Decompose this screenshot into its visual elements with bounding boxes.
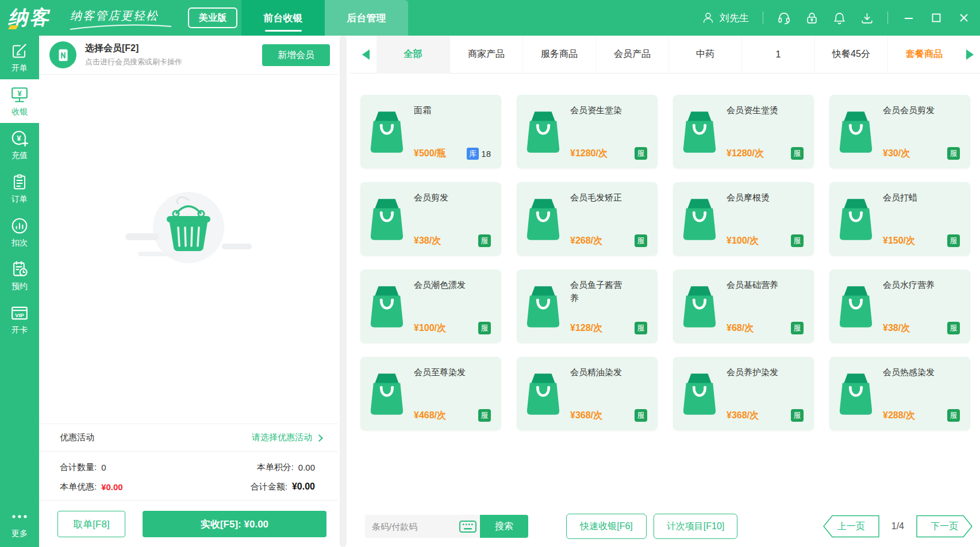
shopping-bag-icon — [839, 284, 873, 328]
product-card[interactable]: 会员资生堂染 ¥1280/次 服 — [517, 95, 658, 168]
count-item-button[interactable]: 计次项目[F10] — [654, 514, 737, 539]
category-tab[interactable]: 快餐45分 — [814, 36, 887, 74]
service-badge: 服 — [791, 147, 804, 160]
product-card[interactable]: 会员至尊染发 ¥468/次 服 — [360, 357, 501, 430]
product-info: 会员资生堂染 ¥1280/次 服 — [570, 103, 647, 160]
service-badge: 服 — [478, 322, 491, 334]
service-badge-group: 服 — [947, 409, 960, 422]
stock-count: 18 — [481, 149, 491, 159]
product-price: ¥368/次 — [570, 410, 602, 422]
sidebar-item-orders[interactable]: 订单 — [0, 167, 39, 210]
product-card[interactable]: 面霜 ¥500/瓶 库 18 — [360, 95, 501, 168]
sidebar-item-recharge[interactable]: ¥ 充值 — [0, 123, 39, 167]
product-name: 会员资生堂染 — [570, 103, 625, 117]
catalog-panel: 全部 商家产品 服务商品 会员产品 中药 1 快餐45分 套餐商品 面霜 — [338, 36, 980, 547]
nav-tab-front-cashier[interactable]: 前台收银 — [241, 0, 325, 36]
product-card[interactable]: 会员资生堂烫 ¥1280/次 服 — [673, 95, 814, 168]
service-badge: 服 — [947, 234, 960, 247]
sidebar-item-booking[interactable]: 预约 — [0, 254, 39, 298]
barcode-input[interactable] — [371, 521, 459, 532]
product-info: 会员资生堂烫 ¥1280/次 服 — [727, 103, 804, 160]
user-menu[interactable]: 刘先生 — [701, 11, 749, 25]
product-card[interactable]: 会员水疗营养 ¥38/次 服 — [829, 269, 970, 343]
category-tab[interactable]: 会员产品 — [595, 36, 668, 74]
minimize-icon[interactable] — [902, 11, 916, 25]
product-card[interactable]: 会员摩根烫 ¥100/次 服 — [673, 182, 814, 256]
checkout-actions: 取单[F8] 实收[F5]: ¥0.00 — [39, 500, 338, 547]
category-tab[interactable]: 服务商品 — [522, 36, 595, 74]
product-card[interactable]: 会员打蜡 ¥150/次 服 — [829, 182, 970, 256]
product-card[interactable]: 会员毛发矫正 ¥268/次 服 — [517, 182, 658, 256]
category-tab-label: 会员产品 — [614, 48, 651, 60]
sidebar-item-bill[interactable]: 开单 — [0, 36, 39, 79]
product-price-row: ¥100/次 服 — [414, 322, 491, 334]
category-tab-label: 中药 — [696, 48, 714, 60]
category-tabbar: 全部 商家产品 服务商品 会员产品 中药 1 快餐45分 套餐商品 — [349, 36, 980, 74]
prev-page-button[interactable]: 上一页 — [823, 515, 880, 538]
product-card[interactable]: 会员养护染发 ¥368/次 服 — [673, 357, 814, 430]
shopping-bag-icon — [682, 110, 717, 153]
product-price-row: ¥128/次 服 — [570, 322, 647, 334]
sidebar-item-vip[interactable]: VIP 开卡 — [0, 298, 39, 341]
empty-cart-illustration — [121, 184, 256, 278]
scroll-categories-left-icon[interactable] — [362, 49, 370, 60]
product-price-row: ¥150/次 服 — [883, 234, 960, 247]
nav-tab-backend[interactable]: 后台管理 — [325, 0, 408, 36]
select-promo-text: 请选择优惠活动 — [252, 432, 312, 443]
scroll-categories-right-icon[interactable] — [966, 49, 974, 60]
search-button[interactable]: 搜索 — [480, 515, 528, 538]
lock-icon[interactable] — [805, 11, 818, 25]
category-tab[interactable]: 1 — [741, 36, 814, 74]
user-icon — [701, 11, 715, 25]
maximize-icon[interactable] — [929, 11, 943, 25]
product-card[interactable]: 会员精油染发 ¥368/次 服 — [517, 357, 658, 430]
category-tab[interactable]: 中药 — [668, 36, 741, 74]
select-member-subtitle: 点击进行会员搜索或刷卡操作 — [85, 57, 182, 67]
product-card[interactable]: 会员会员剪发 ¥30/次 服 — [829, 95, 970, 168]
product-name: 会员水疗营养 — [883, 278, 938, 291]
qty-value: 0 — [101, 463, 106, 472]
add-member-button[interactable]: 新增会员 — [262, 44, 330, 66]
product-card[interactable]: 会员鱼子酱营养 ¥128/次 服 — [517, 269, 658, 343]
service-badge-group: 服 — [478, 409, 491, 422]
service-badge-group: 服 — [947, 322, 960, 334]
vertical-scrollbar[interactable] — [340, 36, 347, 547]
product-price-row: ¥500/瓶 库 18 — [414, 148, 491, 160]
product-name: 会员养护染发 — [727, 365, 782, 379]
service-badge-group: 服 — [478, 234, 491, 247]
product-price-row: ¥68/次 服 — [727, 322, 804, 334]
download-icon[interactable] — [860, 11, 874, 25]
close-icon[interactable] — [957, 11, 971, 25]
points-label: 本单积分: — [257, 462, 294, 473]
category-tab[interactable]: 套餐商品 — [887, 36, 960, 74]
checkout-button[interactable]: 实收[F5]: ¥0.00 — [143, 511, 326, 537]
sidebar-item-more[interactable]: 更多 — [0, 501, 39, 545]
product-card[interactable]: 会员热感染发 ¥288/次 服 — [829, 357, 970, 430]
quick-cashier-button[interactable]: 快速收银[F6] — [566, 514, 647, 539]
select-promo-link[interactable]: 请选择优惠活动 — [252, 432, 322, 443]
product-card[interactable]: 会员基础营养 ¥68/次 服 — [673, 269, 814, 343]
sidebar-item-cashier[interactable]: ¥ 收银 — [0, 79, 39, 123]
service-badge-group: 服 — [635, 234, 647, 247]
product-price-row: ¥38/次 服 — [883, 322, 960, 334]
product-info: 面霜 ¥500/瓶 库 18 — [414, 103, 491, 160]
category-tab[interactable]: 商家产品 — [449, 36, 522, 74]
category-tab[interactable]: 全部 — [376, 36, 449, 74]
product-card[interactable]: 会员剪发 ¥38/次 服 — [360, 182, 501, 256]
headset-icon[interactable] — [777, 11, 791, 25]
category-tab-label: 套餐商品 — [906, 48, 943, 60]
product-name: 面霜 — [414, 103, 469, 117]
shopping-bag-icon — [682, 284, 717, 328]
bell-icon[interactable] — [832, 11, 846, 25]
next-page-button[interactable]: 下一页 — [916, 515, 973, 538]
select-member-area[interactable]: 选择会员[F2] 点击进行会员搜索或刷卡操作 新增会员 — [39, 36, 338, 75]
product-info: 会员摩根烫 ¥100/次 服 — [727, 190, 804, 247]
product-card[interactable]: 会员潮色漂发 ¥100/次 服 — [360, 269, 501, 343]
service-badge: 服 — [635, 409, 647, 422]
app-slogan: 纳客管店更轻松 — [70, 8, 159, 24]
sidebar-item-deduct[interactable]: 扣次 — [0, 210, 39, 254]
page-indicator: 1/4 — [891, 521, 904, 531]
category-tab-label: 商家产品 — [468, 48, 505, 60]
keyboard-icon[interactable] — [459, 521, 476, 533]
hold-order-button[interactable]: 取单[F8] — [57, 511, 125, 537]
